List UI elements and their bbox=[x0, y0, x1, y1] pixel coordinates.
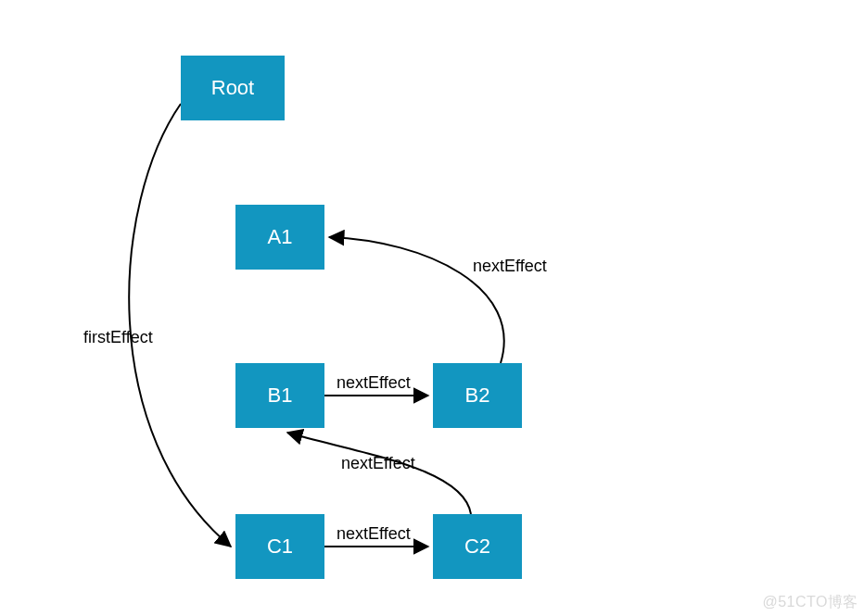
label-c2-b1: nextEffect bbox=[341, 454, 415, 473]
label-first-effect: firstEffect bbox=[83, 328, 153, 347]
node-a1: A1 bbox=[235, 205, 324, 270]
edge-root-to-c1 bbox=[129, 104, 231, 547]
node-c1-label: C1 bbox=[267, 534, 293, 559]
node-root: Root bbox=[181, 56, 285, 120]
edge-c2-to-b1 bbox=[287, 433, 471, 514]
node-b1-label: B1 bbox=[268, 383, 293, 408]
node-c2: C2 bbox=[433, 514, 522, 579]
node-b2-label: B2 bbox=[465, 383, 490, 408]
watermark: @51CTO博客 bbox=[762, 593, 858, 612]
label-b1-b2: nextEffect bbox=[337, 373, 411, 393]
node-c2-label: C2 bbox=[464, 534, 490, 559]
node-b1: B1 bbox=[235, 363, 324, 428]
node-a1-label: A1 bbox=[268, 225, 293, 249]
label-b2-a1: nextEffect bbox=[473, 257, 547, 276]
edges-layer bbox=[0, 0, 864, 616]
node-c1: C1 bbox=[235, 514, 324, 579]
label-c1-c2: nextEffect bbox=[337, 524, 411, 544]
node-b2: B2 bbox=[433, 363, 522, 428]
node-root-label: Root bbox=[211, 76, 254, 100]
